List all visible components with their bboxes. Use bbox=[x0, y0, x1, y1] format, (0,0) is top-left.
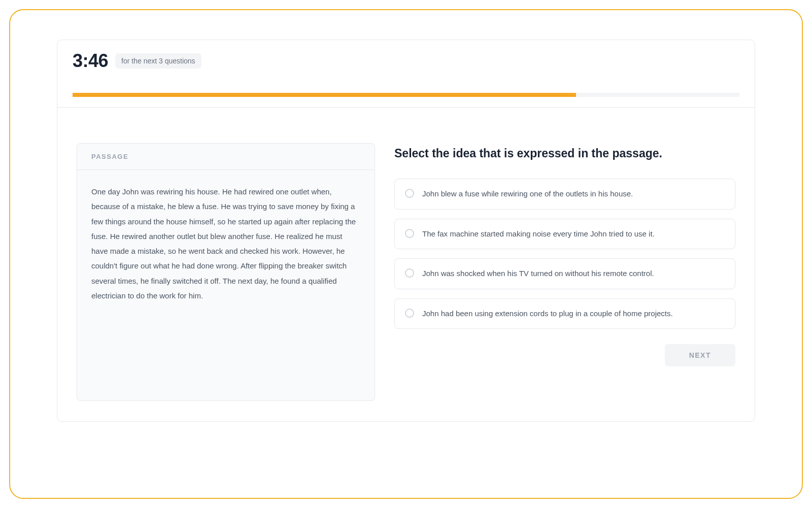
option-item-0[interactable]: John blew a fuse while rewiring one of t… bbox=[394, 179, 735, 210]
radio-icon bbox=[405, 229, 414, 238]
passage-header: PASSAGE bbox=[77, 144, 375, 170]
option-item-3[interactable]: John had been using extension cords to p… bbox=[394, 298, 735, 329]
question-title: Select the idea that is expressed in the… bbox=[394, 145, 735, 161]
passage-column: PASSAGE One day John was rewiring his ho… bbox=[77, 143, 375, 401]
radio-icon bbox=[405, 268, 414, 278]
timer-badge: for the next 3 questions bbox=[115, 53, 201, 69]
progress-bar bbox=[73, 93, 576, 97]
outer-frame: 3:46 for the next 3 questions PASSAGE On… bbox=[9, 9, 803, 499]
option-text: The fax machine started making noise eve… bbox=[422, 228, 655, 240]
radio-icon bbox=[405, 309, 414, 318]
timer-row: 3:46 for the next 3 questions bbox=[73, 50, 739, 72]
options-list: John blew a fuse while rewiring one of t… bbox=[394, 179, 735, 329]
next-button[interactable]: NEXT bbox=[665, 344, 735, 366]
passage-body: One day John was rewiring his house. He … bbox=[77, 170, 375, 317]
passage-box: PASSAGE One day John was rewiring his ho… bbox=[77, 143, 375, 401]
header-section: 3:46 for the next 3 questions bbox=[57, 40, 755, 120]
option-text: John blew a fuse while rewiring one of t… bbox=[422, 188, 633, 200]
button-row: NEXT bbox=[394, 344, 735, 366]
option-text: John was shocked when his TV turned on w… bbox=[422, 268, 654, 280]
quiz-card: 3:46 for the next 3 questions PASSAGE On… bbox=[57, 40, 755, 422]
option-item-1[interactable]: The fax machine started making noise eve… bbox=[394, 219, 735, 250]
content-area: PASSAGE One day John was rewiring his ho… bbox=[57, 120, 755, 421]
question-column: Select the idea that is expressed in the… bbox=[394, 143, 735, 401]
divider bbox=[57, 107, 755, 108]
option-item-2[interactable]: John was shocked when his TV turned on w… bbox=[394, 258, 735, 289]
progress-container bbox=[73, 93, 739, 97]
timer-value: 3:46 bbox=[73, 50, 108, 72]
option-text: John had been using extension cords to p… bbox=[422, 308, 673, 320]
radio-icon bbox=[405, 189, 414, 198]
